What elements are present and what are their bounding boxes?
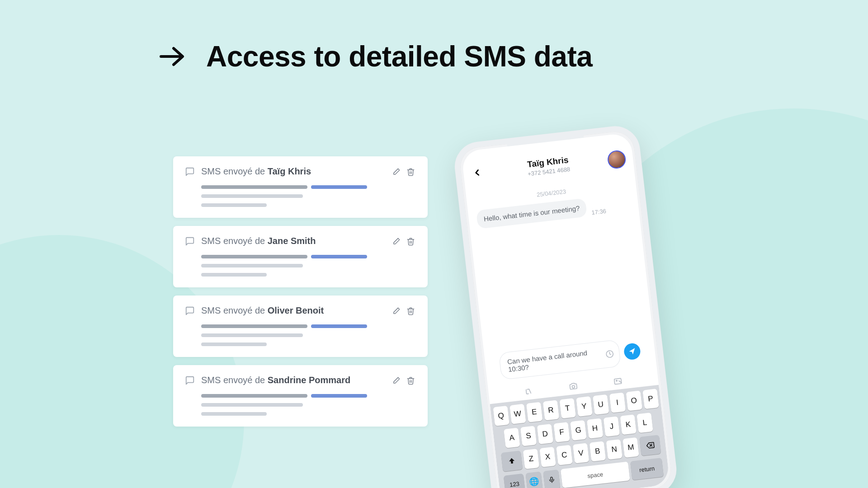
sms-item-body-placeholder xyxy=(201,255,416,277)
key[interactable]: V xyxy=(573,443,590,463)
key[interactable]: L xyxy=(637,413,653,433)
numbers-key[interactable]: 123 xyxy=(504,474,525,488)
delete-button[interactable] xyxy=(405,375,416,386)
send-button[interactable] xyxy=(623,343,641,361)
key[interactable]: T xyxy=(559,398,576,418)
delete-button[interactable] xyxy=(405,236,416,247)
svg-point-2 xyxy=(572,385,575,388)
key[interactable]: Y xyxy=(576,396,593,417)
key[interactable]: S xyxy=(520,426,537,446)
return-key[interactable]: return xyxy=(630,458,664,480)
sms-item-body-placeholder xyxy=(201,185,416,207)
key[interactable]: J xyxy=(604,416,620,436)
chat-icon xyxy=(185,236,195,246)
globe-key[interactable]: 🌐 xyxy=(525,471,543,488)
shift-key[interactable] xyxy=(501,450,523,472)
backspace-key[interactable] xyxy=(639,435,661,456)
key[interactable]: W xyxy=(509,404,526,424)
key[interactable]: F xyxy=(553,422,570,442)
image-icon[interactable] xyxy=(612,375,624,388)
key[interactable]: N xyxy=(606,439,623,460)
sms-item-title: SMS envoyé de Oliver Benoit xyxy=(201,305,324,316)
key[interactable]: P xyxy=(642,389,659,409)
edit-button[interactable] xyxy=(391,305,401,316)
arrow-right-icon xyxy=(159,46,185,67)
sms-item-prefix: SMS envoyé de xyxy=(201,236,268,246)
sms-list: SMS envoyé de Taïg Khris xyxy=(173,156,428,427)
sms-item-prefix: SMS envoyé de xyxy=(201,166,268,176)
key[interactable]: B xyxy=(590,441,606,461)
key[interactable]: I xyxy=(609,393,626,413)
heading-text: Access to detailed SMS data xyxy=(206,40,592,73)
avatar[interactable] xyxy=(607,150,627,169)
key[interactable]: E xyxy=(526,402,542,422)
sms-item[interactable]: SMS envoyé de Sandrine Pommard xyxy=(173,365,428,427)
chat-icon xyxy=(185,306,195,316)
edit-button[interactable] xyxy=(391,166,401,177)
delete-button[interactable] xyxy=(405,166,416,177)
schedule-icon[interactable] xyxy=(605,349,615,359)
space-key[interactable]: space xyxy=(561,461,630,488)
key[interactable]: X xyxy=(539,447,556,467)
sms-item-title: SMS envoyé de Sandrine Pommard xyxy=(201,375,350,385)
sms-item-name: Oliver Benoit xyxy=(268,305,324,315)
sms-item[interactable]: SMS envoyé de Oliver Benoit xyxy=(173,296,428,357)
mic-key[interactable] xyxy=(543,469,561,488)
sms-item-name: Jane Smith xyxy=(268,236,316,246)
key[interactable]: C xyxy=(556,445,573,465)
key[interactable]: Q xyxy=(493,406,509,426)
key[interactable]: D xyxy=(537,424,554,444)
key[interactable]: O xyxy=(626,390,642,411)
key[interactable]: H xyxy=(587,418,604,439)
chat-icon xyxy=(185,375,195,385)
sms-item-body-placeholder xyxy=(201,394,416,416)
chat-icon xyxy=(185,167,195,177)
sms-item-prefix: SMS envoyé de xyxy=(201,305,268,315)
key[interactable]: Z xyxy=(523,449,540,469)
key[interactable]: G xyxy=(570,420,587,441)
message-time: 17:36 xyxy=(591,207,607,216)
sms-item-title: SMS envoyé de Jane Smith xyxy=(201,236,316,246)
svg-point-4 xyxy=(616,380,617,381)
back-button[interactable] xyxy=(470,166,484,180)
sms-item[interactable]: SMS envoyé de Taïg Khris xyxy=(173,156,428,218)
edit-button[interactable] xyxy=(391,236,401,247)
sms-item-name: Sandrine Pommard xyxy=(268,375,350,385)
svg-rect-3 xyxy=(614,378,621,384)
svg-rect-7 xyxy=(551,477,553,481)
camera-icon[interactable] xyxy=(567,380,580,393)
sms-item-body-placeholder xyxy=(201,324,416,346)
key[interactable]: U xyxy=(592,394,609,415)
delete-button[interactable] xyxy=(405,305,416,316)
key[interactable]: R xyxy=(542,400,559,420)
sms-item-title: SMS envoyé de Taïg Khris xyxy=(201,166,311,177)
sms-item-name: Taïg Khris xyxy=(268,166,311,176)
sms-item[interactable]: SMS envoyé de Jane Smith xyxy=(173,226,428,287)
text-format-icon[interactable] xyxy=(523,385,535,398)
key[interactable]: M xyxy=(623,437,639,458)
key[interactable]: K xyxy=(620,414,637,435)
page-heading: Access to detailed SMS data xyxy=(159,40,592,73)
edit-button[interactable] xyxy=(391,375,401,386)
key[interactable]: A xyxy=(504,428,520,448)
sms-item-prefix: SMS envoyé de xyxy=(201,375,268,385)
